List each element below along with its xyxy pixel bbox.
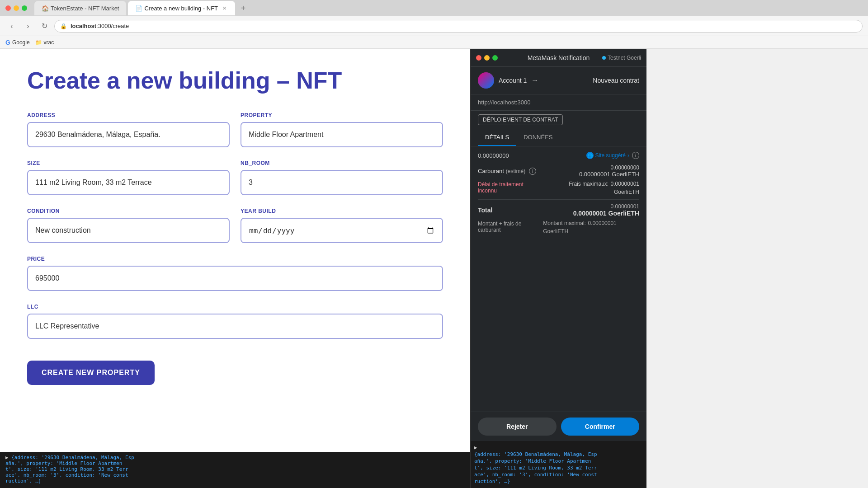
content-area: Create a new building – NFT ADDRESS PROP… — [0, 49, 470, 488]
mm-site-suggested-label: Site suggéré — [595, 152, 626, 159]
reload-button[interactable]: ↻ — [38, 20, 51, 33]
tab-create-building[interactable]: 📄 Create a new building - NFT ✕ — [128, 1, 235, 15]
address-input[interactable] — [27, 122, 230, 147]
mm-avatar — [478, 72, 494, 89]
mm-confirm-button[interactable]: Confirmer — [561, 418, 640, 436]
mm-carburant-label: Carburant — [478, 168, 504, 174]
mm-montant-row: Montant + frais de carburant Montant max… — [478, 219, 639, 235]
tab-tokenestate[interactable]: 🏠 TokenEstate - NFT Market — [34, 1, 126, 15]
size-input[interactable] — [27, 170, 230, 195]
mm-debug-line1: {address: '29630 Benalmádena, Málaga, Es… — [474, 451, 643, 457]
browser-tabs: 🏠 TokenEstate - NFT Market 📄 Create a ne… — [34, 1, 250, 15]
window-controls — [5, 5, 27, 11]
mm-total-label: Total — [478, 206, 492, 214]
form-group-property: PROPERTY — [241, 112, 443, 147]
mm-total-eth: 0.00000001 GoerliETH — [573, 210, 639, 217]
mm-carburant-row: Carburant (estimé) i 0.00000000 0.000000… — [478, 164, 639, 178]
llc-input[interactable] — [27, 314, 443, 339]
google-icon: G — [5, 39, 10, 46]
llc-label: LLC — [27, 304, 443, 310]
create-property-button[interactable]: CREATE NEW PROPERTY — [27, 361, 155, 385]
form-group-condition: CONDITION — [27, 208, 230, 243]
nbroom-label: NB_ROOM — [241, 160, 443, 166]
window-maximize-button[interactable] — [22, 5, 27, 11]
folder-icon: 📁 — [35, 39, 42, 46]
mm-frais-value: 0.00000001 GoerliETH — [611, 181, 639, 195]
mm-tab-data[interactable]: DONNÉES — [516, 129, 560, 146]
mm-debug-arrow[interactable]: ▶ — [474, 445, 643, 450]
mm-reject-button[interactable]: Rejeter — [478, 418, 557, 436]
mm-deploy-row: DÉPLOIEMENT DE CONTRAT — [471, 111, 646, 129]
mm-debug-line2: aña.', property: 'Middle Floor Apartmen — [474, 458, 643, 464]
mm-frais-label: Frais maximaux: — [569, 181, 609, 187]
mm-close-button[interactable] — [476, 55, 481, 61]
mm-estimated-label: (estimé) — [506, 168, 525, 174]
browser-toolbar: ‹ › ↻ 🔒 localhost:3000/create — [0, 16, 868, 36]
mm-deploy-badge[interactable]: DÉPLOIEMENT DE CONTRAT — [478, 114, 563, 125]
bookmark-google-label: Google — [12, 39, 30, 46]
mm-total-zero: 0.00000001 — [573, 203, 639, 210]
mm-window-controls — [476, 55, 498, 61]
bookmark-vrac[interactable]: 📁 vrac — [35, 39, 54, 46]
mm-delay-label: Délai de traitement inconnu — [478, 181, 543, 194]
size-label: SIZE — [27, 160, 230, 166]
form-group-address: ADDRESS — [27, 112, 230, 147]
condition-input[interactable] — [27, 218, 230, 243]
mm-min-button[interactable] — [484, 55, 490, 61]
mm-origin-url: http://localhost:3000 — [478, 99, 530, 106]
form-row-condition-year: CONDITION YEAR BUILD — [27, 208, 443, 243]
mm-total-values: 0.00000001 0.00000001 GoerliETH — [573, 203, 639, 217]
mm-chevron-right-icon: › — [627, 152, 629, 159]
mm-info-icon[interactable]: i — [632, 152, 639, 159]
debug-line3: t', size: '111 m2 Living Room, 33 m2 Ter… — [5, 466, 465, 472]
mm-amount-top: 0.00000000 — [478, 152, 509, 159]
tab-label-create: Create a new building - NFT — [144, 5, 218, 12]
new-tab-button[interactable]: + — [237, 2, 250, 14]
mm-carburant-info-icon[interactable]: i — [529, 168, 536, 175]
lock-icon: 🔒 — [60, 23, 67, 29]
address-label: ADDRESS — [27, 112, 230, 118]
mm-frais-section: Frais maximaux: 0.00000001 GoerliETH — [543, 179, 639, 196]
network-indicator — [602, 56, 606, 60]
mm-debug-line5: ruction', …} — [474, 479, 643, 484]
mm-delay-row: Délai de traitement inconnu Frais maxima… — [478, 179, 639, 196]
form-group-yearbuild: YEAR BUILD — [241, 208, 443, 243]
yearbuild-input[interactable] — [241, 218, 443, 243]
debug-line4: ace', nb_room: '3', condition: 'New cons… — [5, 472, 465, 478]
forward-button[interactable]: › — [22, 20, 34, 33]
debug-line2: aña.', property: 'Middle Floor Apartmen — [5, 460, 465, 466]
page-title: Create a new building – NFT — [27, 67, 443, 94]
back-button[interactable]: ‹ — [5, 20, 18, 33]
mm-account-row: Account 1 → Nouveau contrat — [471, 67, 646, 94]
nbroom-input[interactable] — [241, 170, 443, 195]
debug-line1: ▶ {address: '29630 Benalmádena, Málaga, … — [5, 455, 465, 460]
mm-montant-max-label: Montant maximal: — [543, 220, 586, 226]
form-row-address-property: ADDRESS PROPERTY — [27, 112, 443, 147]
mm-carburant-eth: 0.00000001 GoerliETH — [579, 171, 639, 178]
window-minimize-button[interactable] — [14, 5, 19, 11]
mm-debug-line4: ace', nb_room: '3', condition: 'New cons… — [474, 472, 643, 478]
bookmark-google[interactable]: G Google — [5, 39, 30, 46]
mm-titlebar: MetaMask Notification Testnet Goerli — [471, 49, 646, 67]
mm-site-row: 0.00000000 🌐 Site suggéré › i — [478, 152, 639, 159]
mm-tab-details[interactable]: DÉTAILS — [478, 129, 516, 146]
mm-details: 0.00000000 🌐 Site suggéré › i Carburant … — [471, 146, 646, 412]
mm-montant-max-section: Montant maximal: 0.00000001 GoerliETH — [543, 219, 639, 235]
form-group-llc: LLC — [27, 304, 443, 339]
form-row-size-nbroom: SIZE NB_ROOM — [27, 160, 443, 195]
mm-carburant-value: 0.00000000 0.00000001 GoerliETH — [579, 164, 639, 178]
mm-montant-label: Montant + frais de carburant — [478, 221, 543, 233]
mm-tabs: DÉTAILS DONNÉES — [471, 129, 646, 146]
mm-network: Testnet Goerli — [602, 55, 641, 61]
property-label: PROPERTY — [241, 112, 443, 118]
price-input[interactable] — [27, 266, 443, 291]
yearbuild-label: YEAR BUILD — [241, 208, 443, 214]
address-bar[interactable]: 🔒 localhost:3000/create — [54, 20, 863, 33]
form-row-price: PRICE — [27, 256, 443, 291]
mm-max-button[interactable] — [492, 55, 498, 61]
mm-debug-line3: t', size: '111 m2 Living Room, 33 m2 Ter… — [474, 465, 643, 471]
window-close-button[interactable] — [5, 5, 11, 11]
mm-contract-label: Nouveau contrat — [593, 77, 639, 84]
tab-close-button[interactable]: ✕ — [221, 5, 228, 12]
property-input[interactable] — [241, 122, 443, 147]
